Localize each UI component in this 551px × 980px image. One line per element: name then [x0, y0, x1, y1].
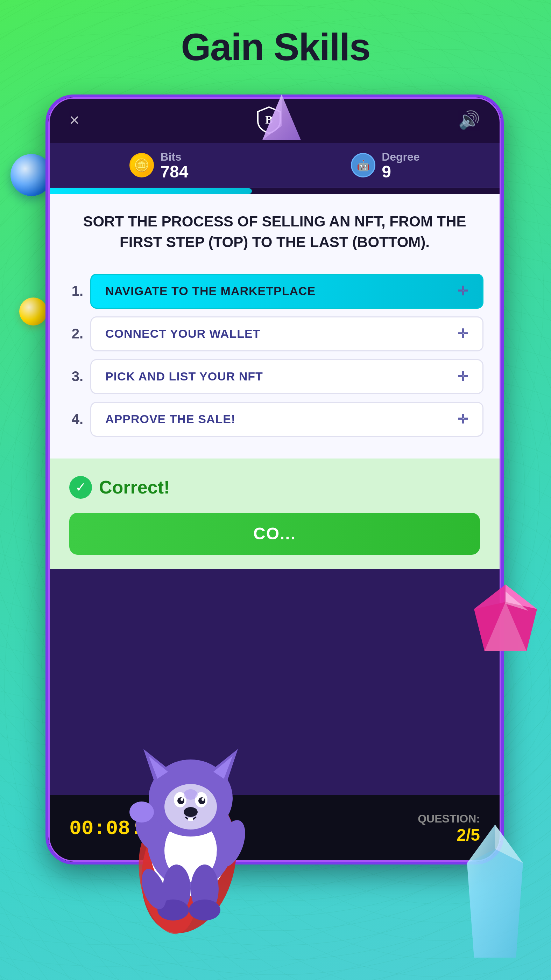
answer-text-4: APPROVE THE SALE!	[105, 412, 235, 426]
dog-character	[108, 738, 276, 934]
volume-icon[interactable]: 🔊	[458, 110, 480, 130]
svg-point-27	[202, 798, 204, 801]
svg-point-26	[181, 798, 183, 801]
drag-icon-1: ✛	[457, 284, 468, 299]
progress-bar	[48, 188, 252, 194]
bits-coin-icon: 🪙	[129, 153, 154, 177]
svg-point-36	[189, 899, 221, 921]
deco-gold-sphere	[19, 298, 47, 326]
answer-number-4: 4.	[66, 411, 83, 427]
bits-value: 784	[160, 164, 188, 180]
answer-button-4[interactable]: APPROVE THE SALE! ✛	[90, 402, 483, 437]
continue-label: CO...	[253, 524, 296, 543]
answer-button-1[interactable]: NAVIGATE TO THE MARKETPLACE ✛	[90, 274, 483, 309]
degree-stat: 🤖 Degree 9	[351, 151, 420, 180]
svg-rect-29	[188, 818, 193, 821]
answer-text-3: PICK AND LIST YOUR NFT	[105, 370, 263, 383]
answers-area: 1. NAVIGATE TO THE MARKETPLACE ✛ 2. CONN…	[48, 267, 501, 458]
degree-value: 9	[382, 164, 420, 180]
deco-prism	[256, 91, 308, 162]
svg-point-25	[198, 797, 205, 804]
answer-number-3: 3.	[66, 369, 83, 384]
continue-button[interactable]: CO...	[69, 513, 480, 555]
bits-label: Bits	[160, 151, 188, 164]
degree-avatar: 🤖	[351, 153, 375, 177]
answer-text-1: NAVIGATE TO THE MARKETPLACE	[105, 284, 316, 298]
close-button[interactable]: ×	[69, 110, 79, 130]
deco-pink-diamond	[467, 581, 544, 659]
svg-point-38	[184, 789, 198, 800]
answer-row-2: 2. CONNECT YOUR WALLET ✛	[66, 317, 483, 352]
answer-row-4: 4. APPROVE THE SALE! ✛	[66, 402, 483, 437]
page-title: Gain Skills	[0, 24, 551, 69]
answer-row-3: 3. PICK AND LIST YOUR NFT ✛	[66, 359, 483, 394]
question-text: SORT THE PROCESS OF SELLING AN NFT, FROM…	[69, 212, 480, 253]
drag-icon-4: ✛	[457, 412, 468, 426]
svg-point-28	[184, 807, 198, 817]
bits-stat: 🪙 Bits 784	[129, 151, 188, 180]
svg-marker-9	[467, 849, 523, 958]
correct-badge: ✓ Correct!	[69, 476, 480, 499]
answer-text-2: CONNECT YOUR WALLET	[105, 327, 260, 340]
answer-button-3[interactable]: PICK AND LIST YOUR NFT ✛	[90, 359, 483, 394]
answer-button-2[interactable]: CONNECT YOUR WALLET ✛	[90, 317, 483, 352]
answer-row-1: 1. NAVIGATE TO THE MARKETPLACE ✛	[66, 274, 483, 309]
drag-icon-3: ✛	[457, 369, 468, 384]
deco-crystal	[453, 821, 537, 963]
progress-container	[48, 188, 501, 194]
answer-number-1: 1.	[66, 283, 83, 299]
svg-point-24	[177, 797, 184, 804]
drag-icon-2: ✛	[457, 326, 468, 341]
correct-check-icon: ✓	[69, 476, 92, 499]
answer-number-2: 2.	[66, 326, 83, 342]
question-area: SORT THE PROCESS OF SELLING AN NFT, FROM…	[48, 194, 501, 267]
svg-point-31	[129, 802, 154, 822]
degree-label: Degree	[382, 151, 420, 164]
correct-text: Correct!	[99, 477, 170, 498]
correct-section: ✓ Correct! CO...	[48, 458, 501, 569]
